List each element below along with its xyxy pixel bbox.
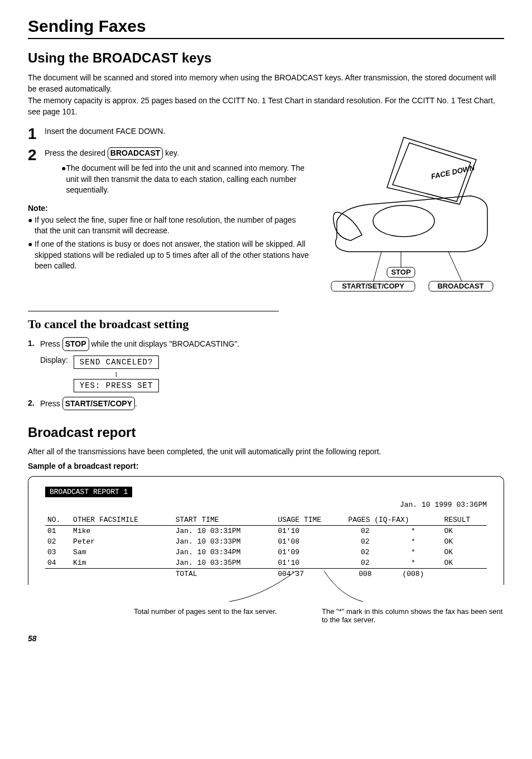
annotation-iq-mark: The "*" mark in this column shows the fa… — [316, 607, 504, 624]
report-title: BROADCAST REPORT 1 — [45, 487, 132, 497]
page-number: 58 — [28, 634, 504, 643]
lcd-line-2: YES: PRESS SET — [74, 379, 159, 392]
col-start: START TIME — [173, 515, 276, 526]
face-down-label: FACE DOWN — [431, 164, 476, 181]
table-row: 04KimJan. 10 03:35PM01'1002*OK — [45, 558, 487, 569]
start-set-copy-key-label: START/SET/COPY — [62, 397, 135, 410]
intro-line-1: The document will be scanned and stored … — [28, 73, 504, 94]
section-heading-broadcast-keys: Using the BROADCAST keys — [28, 50, 504, 66]
lcd-line-1: SEND CANCELED? — [74, 356, 159, 369]
arrow-down-icon: ↕ — [114, 370, 118, 378]
annotation-total-pages: Total number of pages sent to the fax se… — [28, 607, 316, 624]
start-set-copy-button-label: START/SET/COPY — [342, 282, 404, 290]
cancel-heading: To cancel the broadcast setting — [28, 317, 279, 332]
col-other: OTHER FACSIMILE — [71, 515, 173, 526]
broadcast-key-label: BROADCAST — [108, 147, 163, 160]
display-label: Display: — [40, 356, 68, 364]
cancel-step-1-pre: Press — [40, 339, 62, 348]
step-2-number: 2 — [28, 147, 45, 163]
cancel-step-2-post: . — [135, 399, 137, 408]
col-usage: USAGE TIME — [275, 515, 346, 526]
page-title: Sending Faxes — [28, 17, 504, 39]
cancel-step-1-post: while the unit displays "BROADCASTING". — [89, 339, 240, 348]
note-2: If one of the stations is busy or does n… — [35, 239, 309, 272]
col-result: RESULT — [442, 515, 487, 526]
step-1-number: 1 — [28, 126, 45, 142]
cancel-step-2-number: 2. — [28, 397, 40, 410]
cancel-step-1-number: 1. — [28, 337, 40, 350]
annotation-lines — [28, 568, 504, 607]
bullet-icon: ● — [61, 163, 66, 196]
report-date: Jan. 10 1999 03:36PM — [45, 501, 487, 509]
col-no: NO. — [45, 515, 71, 526]
svg-line-2 — [373, 252, 381, 282]
note-heading: Note: — [28, 204, 309, 213]
col-pages: PAGES (IQ-FAX) — [346, 515, 442, 526]
svg-line-3 — [448, 252, 462, 282]
svg-point-0 — [373, 205, 434, 237]
step-1-text: Insert the document FACE DOWN. — [45, 126, 309, 137]
step-2-bullet: The document will be fed into the unit a… — [66, 163, 309, 196]
cancel-step-2-pre: Press — [40, 399, 62, 408]
table-row: 02PeterJan. 10 03:33PM01'0802*OK — [45, 536, 487, 547]
intro-paragraphs: The document will be scanned and stored … — [28, 73, 504, 117]
note-1: If you select the fine, super fine or ha… — [35, 215, 309, 237]
table-row: 03SamJan. 10 03:34PM01'0902*OK — [45, 547, 487, 558]
bullet-icon: ● — [28, 215, 35, 237]
report-intro: After all of the transmissions have been… — [28, 447, 504, 456]
report-box: BROADCAST REPORT 1 Jan. 10 1999 03:36PM … — [28, 476, 504, 585]
stop-button-label: STOP — [391, 268, 410, 276]
step-2-text-pre: Press the desired — [45, 148, 108, 157]
fax-machine-illustration: FACE DOWN STOP START/SET/COPY BROADCAST — [320, 126, 504, 299]
table-row: 01MikeJan. 10 03:31PM01'1002*OK — [45, 526, 487, 537]
bullet-icon: ● — [28, 239, 35, 272]
step-2-text-post: key. — [163, 148, 179, 157]
intro-line-2: The memory capacity is approx. 25 pages … — [28, 95, 504, 117]
sample-report-label: Sample of a broadcast report: — [28, 462, 504, 470]
broadcast-button-label: BROADCAST — [437, 282, 483, 290]
report-heading: Broadcast report — [28, 425, 504, 440]
stop-key-label: STOP — [62, 337, 89, 350]
